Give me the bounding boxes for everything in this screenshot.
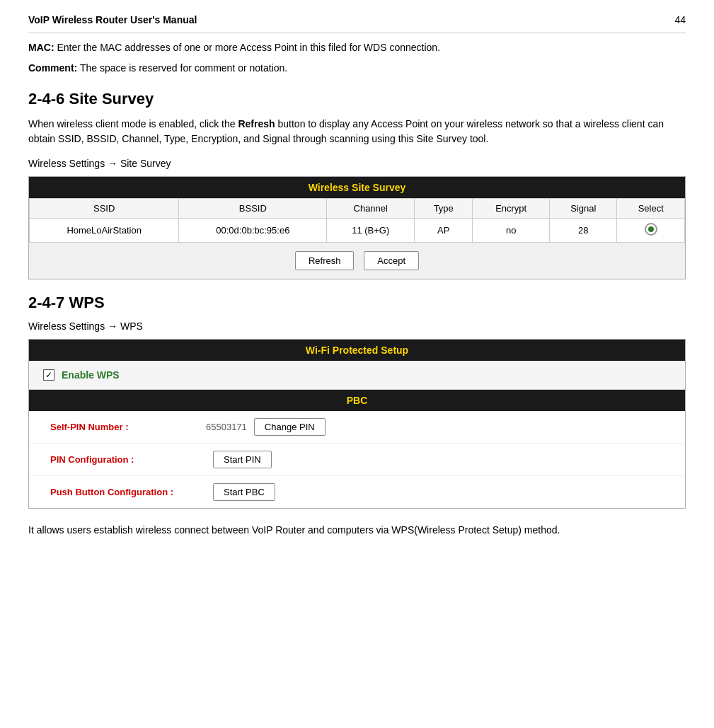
accept-button[interactable]: Accept [364, 251, 419, 270]
col-select: Select [617, 199, 685, 219]
site-survey-panel: Wireless Site Survey SSID BSSID Channel … [28, 176, 686, 279]
cell-channel: 11 (B+G) [327, 219, 415, 243]
mac-text: Enter the MAC addresses of one or more A… [57, 42, 440, 53]
cell-type: AP [415, 219, 473, 243]
col-bssid: BSSID [179, 199, 327, 219]
refresh-button[interactable]: Refresh [295, 251, 355, 270]
wps-heading: 2-4-7 WPS [28, 294, 686, 312]
self-pin-value: 65503171 [206, 422, 247, 432]
site-survey-buttons: Refresh Accept [29, 243, 685, 279]
wps-panel-header: Wi-Fi Protected Setup [29, 340, 685, 361]
table-header: SSID BSSID Channel Type Encrypt Signal S… [30, 199, 685, 219]
comment-label: Comment: [28, 62, 77, 74]
col-encrypt: Encrypt [473, 199, 550, 219]
enable-wps-label: Enable WPS [62, 369, 120, 381]
pin-config-row: PIN Configuration : Start PIN [29, 444, 685, 476]
table-body: HomeLoAirStation 00:0d:0b:bc:95:e6 11 (B… [30, 219, 685, 243]
header-divider [28, 33, 686, 33]
pin-config-label: PIN Configuration : [50, 454, 206, 465]
self-pin-row: Self-PIN Number : 65503171 Change PIN [29, 411, 685, 444]
site-survey-nav-path: Wireless Settings → Site Survey [28, 158, 686, 169]
site-survey-heading: 2-4-6 Site Survey [28, 90, 686, 108]
pbc-section: Self-PIN Number : 65503171 Change PIN PI… [29, 411, 685, 508]
pbc-header: PBC [29, 390, 685, 411]
wps-nav-path: Wireless Settings → WPS [28, 320, 686, 332]
page-number: 44 [674, 14, 686, 25]
comment-paragraph: Comment: The space is reserved for comme… [28, 61, 686, 76]
site-survey-panel-header: Wireless Site Survey [29, 177, 685, 198]
cell-select[interactable] [617, 219, 685, 243]
col-signal: Signal [550, 199, 617, 219]
push-button-row: Push Button Configuration : Start PBC [29, 476, 685, 508]
site-survey-description: When wireless client mode is enabled, cl… [28, 117, 686, 146]
mac-paragraph: MAC: Enter the MAC addresses of one or m… [28, 40, 686, 55]
col-channel: Channel [327, 199, 415, 219]
change-pin-button[interactable]: Change PIN [254, 418, 326, 436]
col-type: Type [415, 199, 473, 219]
self-pin-label: Self-PIN Number : [50, 422, 206, 432]
table-row: HomeLoAirStation 00:0d:0b:bc:95:e6 11 (B… [30, 219, 685, 243]
refresh-bold: Refresh [238, 118, 275, 129]
cell-signal: 28 [550, 219, 617, 243]
cell-ssid: HomeLoAirStation [30, 219, 179, 243]
page-header: VoIP Wireless Router User's Manual 44 [28, 14, 686, 25]
mac-label: MAC: [28, 42, 54, 53]
table-header-row: SSID BSSID Channel Type Encrypt Signal S… [30, 199, 685, 219]
comment-text: The space is reserved for comment or not… [80, 62, 287, 74]
enable-wps-row: ✓ Enable WPS [29, 361, 685, 390]
col-ssid: SSID [30, 199, 179, 219]
intro-section: MAC: Enter the MAC addresses of one or m… [28, 40, 686, 76]
select-radio[interactable] [645, 223, 657, 236]
wps-panel: Wi-Fi Protected Setup ✓ Enable WPS PBC S… [28, 339, 686, 509]
footer-text: It allows users establish wireless conne… [28, 523, 686, 538]
enable-wps-checkbox[interactable]: ✓ [43, 369, 54, 381]
page-title: VoIP Wireless Router User's Manual [28, 14, 197, 25]
start-pin-button[interactable]: Start PIN [213, 451, 272, 468]
start-pbc-button[interactable]: Start PBC [213, 483, 275, 501]
push-button-label: Push Button Configuration : [50, 487, 206, 497]
cell-bssid: 00:0d:0b:bc:95:e6 [179, 219, 327, 243]
cell-encrypt: no [473, 219, 550, 243]
site-survey-table: SSID BSSID Channel Type Encrypt Signal S… [29, 198, 685, 243]
site-survey-table-section: SSID BSSID Channel Type Encrypt Signal S… [29, 198, 685, 243]
